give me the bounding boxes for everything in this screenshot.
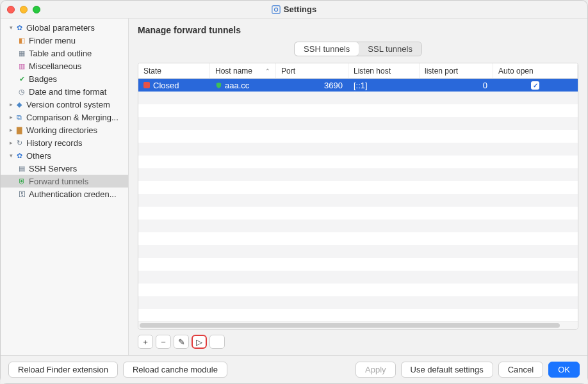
sidebar-group-global[interactable]: ▾ ✿ Global parameters — [1, 21, 128, 34]
sidebar-group-label: Others — [26, 151, 51, 161]
table-header: State Host name⌃ Port Listen host listen… — [138, 63, 578, 79]
col-state[interactable]: State — [138, 63, 210, 78]
horizontal-scrollbar[interactable] — [138, 321, 578, 329]
tunnel-type-tabs: SSH tunnels SSL tunnels — [138, 42, 578, 56]
finder-icon: ◧ — [17, 36, 26, 45]
col-port[interactable]: Port — [276, 63, 348, 78]
col-auto-open[interactable]: Auto open — [493, 63, 578, 78]
remove-button[interactable]: − — [156, 335, 171, 349]
sidebar-group-label: Working directories — [26, 125, 97, 135]
sidebar-item-label: SSH Servers — [29, 164, 77, 173]
shield-icon: ⛨ — [17, 177, 26, 186]
sidebar-item-label: Authentication creden... — [29, 189, 117, 199]
chevron-right-icon: ▸ — [7, 114, 15, 120]
chevron-right-icon: ▸ — [7, 127, 15, 133]
chevron-down-icon: ▾ — [7, 152, 15, 159]
cell-listen-port: 0 — [420, 79, 493, 92]
state-closed-icon — [143, 82, 150, 88]
sidebar-item-badges[interactable]: ✔ Badges — [1, 72, 128, 85]
sidebar-item-auth-credentials[interactable]: ⚿ Authentication creden... — [1, 188, 128, 200]
use-defaults-button[interactable]: Use default settings — [401, 362, 493, 378]
gear-icon: ✿ — [15, 151, 24, 160]
host-label: aaa.cc — [225, 81, 249, 90]
cell-auto-open: ✓ — [493, 79, 578, 92]
sidebar-item-misc[interactable]: ▥ Miscellaneous — [1, 60, 128, 72]
sort-ascending-icon: ⌃ — [265, 68, 270, 74]
sidebar-group-label: History records — [26, 138, 82, 148]
titlebar: Settings — [1, 1, 587, 19]
svg-rect-0 — [272, 5, 280, 13]
sidebar-item-label: Finder menu — [29, 36, 76, 45]
col-host-name[interactable]: Host name⌃ — [210, 63, 276, 78]
dialog-footer: Reload Finder extension Reload canche mo… — [1, 355, 587, 383]
sidebar-group-label: Version control system — [26, 100, 110, 109]
play-button[interactable]: ▷ — [192, 335, 207, 349]
tab-ssh-tunnels[interactable]: SSH tunnels — [295, 42, 359, 56]
play-icon: ▷ — [196, 337, 202, 347]
sidebar-item-label: Badges — [29, 74, 57, 84]
settings-window: Settings ▾ ✿ Global parameters ◧ Finder … — [0, 0, 588, 384]
misc-icon: ▥ — [17, 61, 26, 70]
chevron-right-icon: ▸ — [7, 140, 15, 146]
ok-button[interactable]: OK — [548, 362, 580, 378]
apply-button[interactable]: Apply — [355, 362, 396, 378]
scrollbar-thumb[interactable] — [140, 323, 560, 328]
server-icon: ▤ — [17, 164, 26, 173]
vcs-icon: ◆ — [15, 100, 24, 109]
sidebar-group-compare[interactable]: ▸ ⧉ Comparison & Merging... — [1, 111, 128, 124]
cell-port: 3690 — [276, 79, 348, 92]
sidebar-item-ssh-servers[interactable]: ▤ SSH Servers — [1, 162, 128, 175]
table-toolbar: + − ✎ ▷ — [138, 330, 578, 355]
minus-icon: − — [161, 337, 166, 347]
tunnels-table: State Host name⌃ Port Listen host listen… — [138, 63, 578, 330]
edit-button[interactable]: ✎ — [174, 335, 189, 349]
segmented-control: SSH tunnels SSL tunnels — [294, 42, 422, 56]
cancel-button[interactable]: Cancel — [498, 362, 543, 378]
gear-icon: ✿ — [15, 23, 24, 32]
chevron-right-icon: ▸ — [7, 101, 15, 108]
history-icon: ↻ — [15, 138, 24, 147]
state-label: Closed — [153, 81, 179, 90]
reload-cache-button[interactable]: Reload canche module — [123, 362, 227, 378]
svg-point-1 — [274, 8, 277, 11]
chevron-down-icon: ▾ — [7, 24, 15, 31]
sidebar[interactable]: ▾ ✿ Global parameters ◧ Finder menu ▦ Ta… — [1, 19, 129, 355]
sidebar-item-label: Table and outline — [29, 49, 92, 58]
merge-icon: ⧉ — [15, 113, 24, 122]
add-button[interactable]: + — [138, 335, 153, 349]
check-circle-icon: ✔ — [17, 74, 26, 83]
sidebar-group-vcs[interactable]: ▸ ◆ Version control system — [1, 98, 128, 111]
sidebar-group-history[interactable]: ▸ ↻ History records — [1, 136, 128, 149]
table-body[interactable]: Closed aaa.cc 3690 [::1] 0 ✓ — [138, 79, 578, 321]
cell-host: aaa.cc — [210, 79, 276, 92]
col-listen-host[interactable]: Listen host — [348, 63, 420, 78]
folder-icon: ▇ — [15, 125, 24, 134]
settings-icon — [272, 5, 281, 14]
sidebar-group-label: Comparison & Merging... — [26, 113, 118, 122]
sidebar-item-label: Date and time format — [29, 87, 106, 97]
pencil-icon: ✎ — [178, 337, 185, 347]
sidebar-group-label: Global parameters — [26, 23, 95, 33]
sidebar-item-label: Miscellaneous — [29, 61, 81, 71]
sidebar-item-finder-menu[interactable]: ◧ Finder menu — [1, 34, 128, 47]
window-title-text: Settings — [284, 4, 316, 14]
grid-icon: ▦ — [17, 49, 26, 58]
tab-ssl-tunnels[interactable]: SSL tunnels — [359, 42, 421, 56]
sidebar-item-datetime[interactable]: ◷ Date and time format — [1, 85, 128, 98]
sidebar-group-others[interactable]: ▾ ✿ Others — [1, 149, 128, 162]
page-title: Manage forward tunnels — [138, 25, 578, 35]
sidebar-group-workingdir[interactable]: ▸ ▇ Working directories — [1, 124, 128, 136]
cell-listen-host: [::1] — [348, 79, 420, 92]
plus-icon: + — [143, 337, 148, 347]
sidebar-item-forward-tunnels[interactable]: ⛨ Forward tunnels — [1, 175, 128, 188]
sidebar-item-table-outline[interactable]: ▦ Table and outline — [1, 47, 128, 60]
extra-button[interactable] — [209, 335, 225, 349]
row-stripes — [138, 79, 578, 321]
table-row[interactable]: Closed aaa.cc 3690 [::1] 0 ✓ — [138, 79, 578, 92]
cell-state: Closed — [138, 79, 210, 92]
checkbox-checked-icon[interactable]: ✓ — [531, 81, 539, 90]
reload-finder-button[interactable]: Reload Finder extension — [8, 362, 118, 378]
shield-icon — [215, 82, 222, 89]
window-title: Settings — [1, 4, 587, 14]
col-listen-port[interactable]: listen port — [420, 63, 493, 78]
